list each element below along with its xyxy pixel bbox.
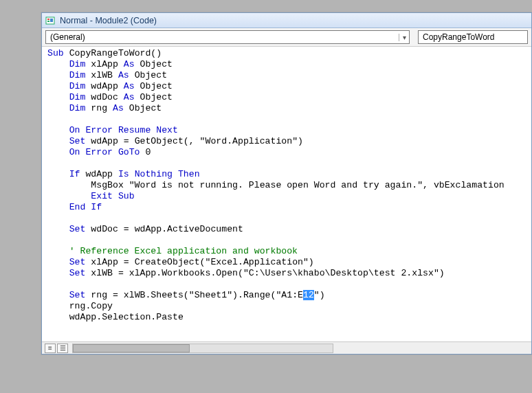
code-container: Sub CopyRangeToWord() Dim xlApp As Objec… xyxy=(42,47,531,341)
code-pane[interactable]: Sub CopyRangeToWord() Dim xlApp As Objec… xyxy=(42,47,531,341)
object-dropdown-value: (General) xyxy=(50,32,85,42)
text-selection: 12 xyxy=(303,290,314,300)
procedure-view-button[interactable]: ≡ xyxy=(45,344,56,353)
chevron-down-icon: ▾ xyxy=(399,34,406,41)
window-titlebar[interactable]: Normal - Module2 (Code) xyxy=(42,13,531,28)
full-module-view-button[interactable]: ☰ xyxy=(57,344,68,353)
svg-rect-1 xyxy=(47,19,49,20)
svg-rect-2 xyxy=(47,21,49,22)
module-icon xyxy=(45,15,56,26)
bottom-strip: ≡ ☰ xyxy=(42,341,531,354)
vba-code-window: Normal - Module2 (Code) (General) ▾ Copy… xyxy=(41,12,532,355)
svg-rect-3 xyxy=(50,19,53,22)
window-title: Normal - Module2 (Code) xyxy=(60,16,157,25)
horizontal-scrollbar[interactable] xyxy=(72,344,333,353)
dropdown-bar: (General) ▾ CopyRangeToWord xyxy=(42,28,531,47)
procedure-dropdown-value: CopyRangeToWord xyxy=(423,32,495,42)
scrollbar-thumb[interactable] xyxy=(73,344,190,352)
object-dropdown[interactable]: (General) ▾ xyxy=(45,30,410,44)
procedure-dropdown[interactable]: CopyRangeToWord xyxy=(418,30,528,44)
